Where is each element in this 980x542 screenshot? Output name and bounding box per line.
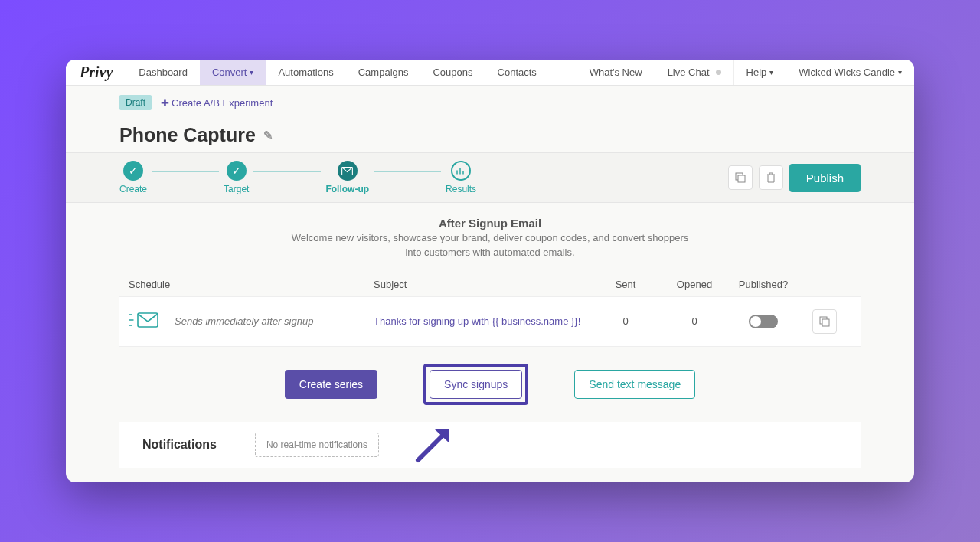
chevron-down-icon: ▾ — [898, 68, 902, 77]
top-nav: Privy Dashboard Convert▾ Automations Cam… — [66, 60, 914, 86]
nav-left: Dashboard Convert▾ Automations Campaigns… — [126, 60, 549, 85]
mail-icon — [338, 161, 358, 181]
send-text-message-button[interactable]: Send text message — [574, 370, 695, 399]
notifications-section: Notifications No real-time notifications — [119, 422, 861, 468]
table-header-row: Schedule Subject Sent Opened Published? — [119, 273, 861, 297]
stepper-actions: Publish — [728, 164, 861, 192]
svg-rect-5 — [822, 319, 829, 326]
nav-automations[interactable]: Automations — [266, 60, 345, 85]
step-results[interactable]: Results — [446, 161, 476, 194]
col-schedule: Schedule — [129, 279, 374, 290]
app-window: Privy Dashboard Convert▾ Automations Cam… — [66, 60, 914, 482]
stepper: ✓ Create ✓ Target Follow-up Results — [119, 161, 476, 194]
sent-count: 0 — [591, 315, 660, 327]
create-series-button[interactable]: Create series — [285, 370, 377, 399]
plus-icon: ✚ — [161, 97, 169, 109]
table-row: Sends immediately after signup Thanks fo… — [119, 297, 861, 347]
svg-rect-3 — [138, 313, 158, 327]
notifications-empty-box[interactable]: No real-time notifications — [255, 433, 379, 457]
chevron-down-icon: ▾ — [250, 68, 253, 77]
col-opened: Opened — [660, 279, 729, 290]
check-icon: ✓ — [123, 161, 143, 181]
nav-coupons[interactable]: Coupons — [420, 60, 485, 85]
nav-whats-new[interactable]: What's New — [577, 60, 655, 85]
step-create[interactable]: ✓ Create — [119, 161, 147, 194]
nav-dashboard[interactable]: Dashboard — [126, 60, 200, 85]
email-send-icon — [129, 311, 161, 331]
published-toggle[interactable] — [749, 315, 778, 328]
nav-right: What's New Live Chat Help▾ Wicked Wicks … — [577, 60, 914, 85]
page-header: Draft ✚ Create A/B Experiment Phone Capt… — [66, 86, 914, 152]
create-ab-experiment-link[interactable]: ✚ Create A/B Experiment — [161, 97, 273, 109]
chart-icon — [451, 161, 471, 181]
publish-button[interactable]: Publish — [789, 164, 861, 192]
col-sent: Sent — [591, 279, 660, 290]
duplicate-button[interactable] — [728, 165, 753, 190]
step-follow-up[interactable]: Follow-up — [325, 161, 369, 194]
edit-icon[interactable]: ✎ — [263, 129, 273, 142]
section-description: Welcome new visitors, showcase your bran… — [291, 231, 689, 260]
svg-rect-2 — [738, 175, 745, 182]
logo[interactable]: Privy — [66, 60, 126, 85]
nav-live-chat[interactable]: Live Chat — [655, 60, 733, 85]
duplicate-row-button[interactable] — [812, 309, 837, 334]
nav-account[interactable]: Wicked Wicks Candle▾ — [786, 60, 914, 85]
nav-contacts[interactable]: Contacts — [485, 60, 549, 85]
col-subject: Subject — [374, 279, 591, 290]
status-badge: Draft — [119, 95, 152, 110]
schedule-cell: Sends immediately after signup — [129, 311, 374, 331]
highlight-annotation: Sync signups — [423, 364, 528, 405]
page-title: Phone Capture ✎ — [119, 124, 861, 146]
delete-button[interactable] — [759, 165, 783, 190]
check-icon: ✓ — [227, 161, 247, 181]
nav-campaigns[interactable]: Campaigns — [346, 60, 421, 85]
col-published: Published? — [729, 279, 798, 290]
sync-signups-button[interactable]: Sync signups — [430, 370, 522, 399]
email-subject-link[interactable]: Thanks for signing up with {{ business.n… — [374, 315, 591, 327]
status-dot-icon — [716, 70, 721, 75]
action-buttons-row: Create series Sync signups Send text mes… — [66, 347, 914, 422]
nav-help[interactable]: Help▾ — [733, 60, 786, 85]
intro-block: After Signup Email Welcome new visitors,… — [66, 203, 914, 273]
stepper-bar: ✓ Create ✓ Target Follow-up Results — [66, 152, 914, 203]
schedule-text: Sends immediately after signup — [175, 315, 313, 327]
opened-count: 0 — [660, 315, 729, 327]
email-table: Schedule Subject Sent Opened Published? … — [119, 273, 861, 347]
step-target[interactable]: ✓ Target — [224, 161, 249, 194]
section-title: After Signup Email — [119, 217, 861, 230]
notifications-title: Notifications — [142, 438, 217, 452]
nav-convert[interactable]: Convert▾ — [200, 60, 266, 85]
chevron-down-icon: ▾ — [769, 68, 773, 77]
